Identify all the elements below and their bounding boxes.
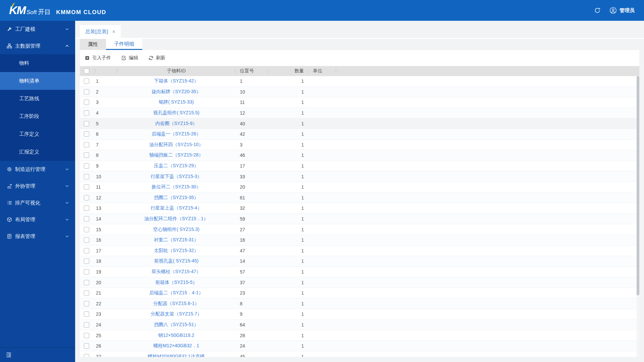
table-row: 2 旋向标牌（SYZ20-35） 10 1	[80, 87, 639, 98]
child-material-link[interactable]: 旋向标牌（SYZ20-35）	[152, 89, 201, 95]
row-checkbox[interactable]	[84, 142, 89, 147]
sidebar-subitem-process-stage[interactable]: 工序阶段	[0, 108, 75, 125]
sidebar-subitem-bom[interactable]: 物料清单	[0, 72, 75, 90]
row-checkbox[interactable]	[84, 174, 89, 179]
unit-value	[309, 76, 336, 86]
row-checkbox[interactable]	[84, 100, 89, 105]
child-material-link[interactable]: 螺栓M12×40GB32．1	[153, 343, 199, 349]
edit-button[interactable]: 编辑	[121, 55, 138, 61]
vertical-scrollbar[interactable]	[637, 76, 639, 357]
sidebar-item-master-data[interactable]: 主数据管理	[0, 38, 75, 54]
unit-value	[309, 341, 336, 351]
row-checkbox[interactable]	[84, 216, 89, 222]
tab-child-detail[interactable]: 子件明细	[106, 39, 142, 50]
row-checkbox[interactable]	[84, 205, 89, 211]
child-material-link[interactable]: 太阳轮（SYZ15-32）	[154, 248, 199, 254]
child-material-link[interactable]: 空心轴组件( SYZ15.3)	[153, 227, 200, 233]
row-checkbox[interactable]	[84, 269, 89, 275]
row-checkbox[interactable]	[84, 227, 89, 232]
child-material-link[interactable]: 分配器（SYZ15.6-1）	[153, 301, 199, 307]
row-checkbox[interactable]	[84, 110, 89, 116]
child-material-link[interactable]: 分配器支架（SYZ15.7）	[151, 311, 202, 317]
sidebar-subitem-process-route[interactable]: 工艺路线	[0, 90, 75, 108]
sidebar-item-factory-modeling[interactable]: 工厂建模	[0, 21, 75, 38]
child-material-link[interactable]: 后端盖一（SYZ15-26）	[152, 131, 201, 137]
child-material-link[interactable]: 下箱体（SYZ15-42）	[154, 78, 199, 84]
child-material-link[interactable]: 行星架下盖（SYZ15-3）	[151, 174, 202, 180]
row-checkbox[interactable]	[84, 311, 89, 317]
child-material-link[interactable]: 视孔盖组件( SYZ15.5)	[153, 110, 200, 116]
row-checkbox[interactable]	[84, 131, 89, 137]
row-checkbox[interactable]	[84, 290, 89, 296]
row-checkbox[interactable]	[84, 184, 89, 190]
child-material-link[interactable]: 轴端挡板二（SYZ15-28）	[149, 152, 203, 158]
row-checkbox[interactable]	[84, 301, 89, 306]
row-checkbox[interactable]	[84, 354, 89, 357]
table-row: 14 油分配环二组件（SYZ15．1） 59 1	[80, 214, 639, 225]
refresh-icon[interactable]	[594, 7, 601, 14]
child-material-link[interactable]: 双头螺柱（SYZ15-47）	[152, 269, 201, 275]
tab-attributes[interactable]: 属性	[80, 39, 106, 50]
row-checkbox[interactable]	[84, 121, 89, 126]
user-menu[interactable]: 管理员	[609, 7, 635, 14]
position-number: 37	[235, 277, 268, 288]
tab-assembly[interactable]: 总装[总装] ×	[80, 25, 121, 38]
row-checkbox[interactable]	[84, 322, 89, 327]
quantity-value: 1	[268, 309, 309, 319]
sidebar-item-layout[interactable]: 布局管理	[0, 211, 75, 228]
child-material-link[interactable]: 行星架上盖（SYZ15-4）	[151, 205, 202, 211]
sidebar-subitem-process-definition[interactable]: 工序定义	[0, 125, 75, 143]
refresh-button[interactable]: 刷新	[148, 55, 165, 61]
scrollbar-thumb[interactable]	[637, 76, 639, 295]
sidebar-item-scheduling-visualization[interactable]: 排产可视化	[0, 194, 75, 211]
row-checkbox[interactable]	[84, 89, 89, 95]
master-data-submenu: 物料 物料清单 工艺路线 工序阶段 工序定义 汇报定义	[0, 54, 75, 161]
row-checkbox[interactable]	[84, 78, 89, 84]
sidebar-item-reports[interactable]: 报表管理	[0, 228, 75, 245]
child-material-link[interactable]: 挡圈二（SYZ15-35）	[154, 195, 199, 201]
child-material-link[interactable]: 挡圈八（SYZ15-51）	[154, 322, 199, 328]
child-material-link[interactable]: 铭牌( SYZ15-33)	[159, 99, 194, 105]
sub-item-label: 汇报定义	[19, 149, 39, 155]
row-number: 5	[95, 118, 117, 129]
select-all-checkbox[interactable]	[84, 68, 89, 74]
header-quantity: 数量	[268, 66, 309, 76]
row-checkbox[interactable]	[84, 195, 89, 200]
child-material-link[interactable]: 内齿圈（SYZ15-9）	[155, 121, 197, 127]
sidebar-subitem-material[interactable]: 物料	[0, 54, 75, 72]
sidebar-item-outsourcing[interactable]: 外协管理	[0, 178, 75, 194]
child-material-link[interactable]: 前视孔盖( SYZ15-45)	[154, 258, 198, 264]
child-material-link[interactable]: 换位环二（SYZ15-30）	[152, 184, 201, 190]
toolbar: 引入子件 编辑	[80, 50, 639, 66]
sidebar-item-manufacturing-operation[interactable]: 制造运行管理	[0, 161, 75, 178]
child-material-link[interactable]: 前箱体（SYZ15-5）	[155, 280, 197, 286]
child-material-link[interactable]: 销12×50GB119.2	[158, 333, 195, 339]
table-row: 20 前箱体（SYZ15-5） 37 1	[80, 277, 639, 288]
child-material-link[interactable]: 压盖二（SYZ15-29）	[154, 163, 199, 169]
sidebar-subitem-report-definition[interactable]: 汇报定义	[0, 143, 75, 161]
row-number: 1	[95, 76, 117, 86]
row-checkbox[interactable]	[84, 248, 89, 253]
row-checkbox[interactable]	[84, 333, 89, 338]
row-checkbox[interactable]	[84, 258, 89, 264]
child-material-link[interactable]: 螺栓M20X80GB32.1达克锈	[148, 354, 205, 357]
child-material-link[interactable]: 后端盖二（SYZ15．4-1）	[149, 290, 203, 296]
quantity-value: 1	[268, 203, 309, 214]
import-children-button[interactable]: 引入子件	[85, 55, 111, 61]
row-number: 15	[95, 224, 117, 235]
position-number: 47	[235, 246, 268, 256]
row-number: 21	[95, 288, 117, 298]
row-checkbox[interactable]	[84, 343, 89, 349]
child-material-link[interactable]: 油分配环四（SYZ15-10）	[149, 142, 203, 148]
table-row: 15 空心轴组件( SYZ15.3) 27 1	[80, 224, 639, 235]
close-icon[interactable]: ×	[112, 29, 115, 35]
chevron-down-icon	[65, 184, 69, 188]
child-material-link[interactable]: 衬套二（SYZ15-31）	[154, 237, 199, 243]
child-material-link[interactable]: 油分配环二组件（SYZ15．1）	[144, 216, 208, 222]
row-checkbox[interactable]	[84, 163, 89, 169]
table-row: 7 油分配环四（SYZ15-10） 3 1	[80, 140, 639, 150]
row-checkbox[interactable]	[84, 280, 89, 285]
row-checkbox[interactable]	[84, 153, 89, 158]
collapse-sidebar-icon[interactable]	[5, 352, 12, 358]
row-checkbox[interactable]	[84, 237, 89, 243]
